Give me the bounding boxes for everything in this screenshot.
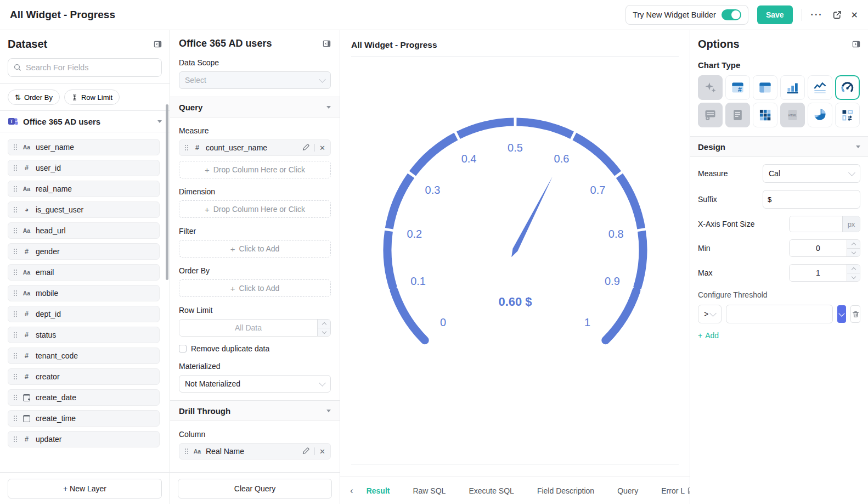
- dimension-drop-zone[interactable]: + Drop Column Here or Click: [179, 200, 331, 218]
- drag-handle-icon[interactable]: [13, 144, 18, 150]
- threshold-value-input[interactable]: [726, 305, 833, 323]
- chart-type-bar-button[interactable]: [780, 75, 805, 100]
- order-by-add-zone[interactable]: + Click to Add: [179, 279, 331, 297]
- tab-raw-sql[interactable]: Raw SQL: [413, 486, 446, 495]
- field-item[interactable]: mobile: [8, 285, 160, 301]
- drag-handle-icon[interactable]: [13, 311, 18, 317]
- data-scope-select[interactable]: Select: [179, 71, 331, 89]
- materialized-select[interactable]: Not Materialized: [179, 375, 331, 393]
- stepper[interactable]: [317, 320, 330, 336]
- field-item[interactable]: email: [8, 264, 160, 281]
- measure-chip[interactable]: count_user_name ✕: [179, 139, 331, 156]
- order-by-button[interactable]: ⇅ Order By: [8, 89, 60, 105]
- chart-type-line-button[interactable]: [808, 75, 832, 100]
- search-input[interactable]: [26, 63, 156, 72]
- chart-type-ai-button[interactable]: [698, 75, 723, 100]
- suffix-input[interactable]: [763, 190, 860, 209]
- field-item[interactable]: status: [8, 327, 160, 343]
- delete-threshold-button[interactable]: [850, 305, 860, 323]
- chart-type-calc-button[interactable]: [698, 103, 723, 127]
- expand-icon[interactable]: [687, 487, 690, 495]
- drag-handle-icon[interactable]: [13, 186, 18, 192]
- drag-handle-icon[interactable]: [13, 227, 18, 234]
- chart-type-gauge-button[interactable]: [835, 75, 860, 100]
- clear-query-button[interactable]: Clear Query: [178, 479, 332, 499]
- remove-duplicate-checkbox-row[interactable]: Remove duplicate data: [179, 344, 331, 353]
- drag-handle-icon[interactable]: [13, 248, 18, 255]
- measure-select[interactable]: Cal: [763, 164, 860, 183]
- field-item[interactable]: tenant_code: [8, 348, 160, 364]
- chart-type-layout-button[interactable]: [835, 103, 860, 127]
- measure-drop-zone[interactable]: + Drop Column Here or Click: [179, 161, 331, 178]
- threshold-color-picker[interactable]: [837, 305, 847, 323]
- field-item[interactable]: real_name: [8, 181, 160, 197]
- field-item[interactable]: head_url: [8, 222, 160, 239]
- field-item[interactable]: user_id: [8, 160, 160, 176]
- design-section-header[interactable]: Design: [690, 136, 868, 157]
- chevron-down-icon[interactable]: [157, 120, 162, 125]
- chart-type-pivot-button[interactable]: [753, 103, 777, 127]
- row-limit-button[interactable]: Row Limit: [64, 89, 120, 105]
- xaxis-font-size-input[interactable]: [790, 216, 842, 232]
- search-field[interactable]: [8, 58, 162, 77]
- chart-type-html-button[interactable]: HTML: [780, 103, 805, 127]
- query-section-header[interactable]: Query: [170, 97, 340, 117]
- chevron-left-icon[interactable]: ‹: [350, 485, 353, 496]
- drag-handle-icon[interactable]: [13, 352, 18, 359]
- drill-through-section-header[interactable]: Drill Through: [170, 400, 340, 421]
- drag-handle-icon[interactable]: [13, 394, 18, 401]
- scrollbar[interactable]: [166, 104, 168, 280]
- drag-handle-icon[interactable]: [13, 206, 18, 213]
- threshold-operator-select[interactable]: >: [698, 305, 722, 323]
- tab-execute-sql[interactable]: Execute SQL: [469, 486, 514, 495]
- tab-query[interactable]: Query: [617, 486, 638, 495]
- drag-handle-icon[interactable]: [13, 415, 18, 422]
- field-item[interactable]: create_date: [8, 389, 160, 406]
- save-button[interactable]: Save: [757, 5, 793, 24]
- min-input[interactable]: [790, 240, 847, 256]
- field-item[interactable]: is_guest_user: [8, 201, 160, 218]
- field-item[interactable]: create_time: [8, 410, 160, 427]
- drag-handle-icon[interactable]: [13, 269, 18, 276]
- field-item[interactable]: dept_id: [8, 306, 160, 322]
- drag-handle-icon[interactable]: [13, 373, 18, 380]
- field-item[interactable]: user_name: [8, 139, 160, 155]
- collapse-panel-icon[interactable]: [154, 40, 162, 48]
- stepper[interactable]: [847, 240, 860, 256]
- try-new-widget-builder-toggle[interactable]: Try New Widget Builder: [625, 5, 748, 25]
- drag-handle-icon[interactable]: [13, 165, 18, 171]
- field-item[interactable]: updater: [8, 431, 160, 447]
- max-input[interactable]: [790, 265, 847, 281]
- drag-handle-icon[interactable]: [13, 290, 18, 296]
- drag-handle-icon[interactable]: [13, 436, 18, 443]
- stepper[interactable]: [847, 265, 860, 281]
- drag-handle-icon[interactable]: [184, 144, 189, 151]
- share-icon[interactable]: [832, 10, 842, 20]
- field-item[interactable]: gender: [8, 243, 160, 260]
- edit-pencil-icon[interactable]: [302, 447, 310, 455]
- checkbox[interactable]: [179, 345, 187, 352]
- dataset-row[interactable]: T Office 365 AD users: [0, 110, 170, 132]
- chart-type-pie-button[interactable]: [808, 103, 832, 127]
- collapse-panel-icon[interactable]: [323, 40, 331, 48]
- chart-type-doc-button[interactable]: [725, 103, 750, 127]
- tab-field-description[interactable]: Field Description: [537, 486, 594, 495]
- chart-type-table-button[interactable]: [753, 75, 777, 100]
- tab-result[interactable]: Result: [367, 486, 390, 495]
- add-threshold-button[interactable]: + Add: [698, 331, 719, 340]
- remove-icon[interactable]: ✕: [319, 447, 325, 456]
- more-menu-icon[interactable]: ···: [811, 10, 823, 20]
- new-layer-button[interactable]: + New Layer: [8, 479, 162, 499]
- tab-error-l[interactable]: Error L: [661, 486, 690, 495]
- drill-column-chip[interactable]: Real Name ✕: [179, 443, 331, 460]
- drag-handle-icon[interactable]: [184, 448, 189, 455]
- edit-pencil-icon[interactable]: [302, 144, 310, 152]
- remove-icon[interactable]: ✕: [319, 144, 325, 152]
- collapse-panel-icon[interactable]: [852, 40, 860, 48]
- toggle-switch-icon[interactable]: [722, 9, 741, 20]
- filter-add-zone[interactable]: + Click to Add: [179, 240, 331, 257]
- field-item[interactable]: creator: [8, 368, 160, 385]
- close-icon[interactable]: ✕: [851, 10, 858, 20]
- drag-handle-icon[interactable]: [13, 332, 18, 338]
- row-limit-input[interactable]: [179, 320, 317, 336]
